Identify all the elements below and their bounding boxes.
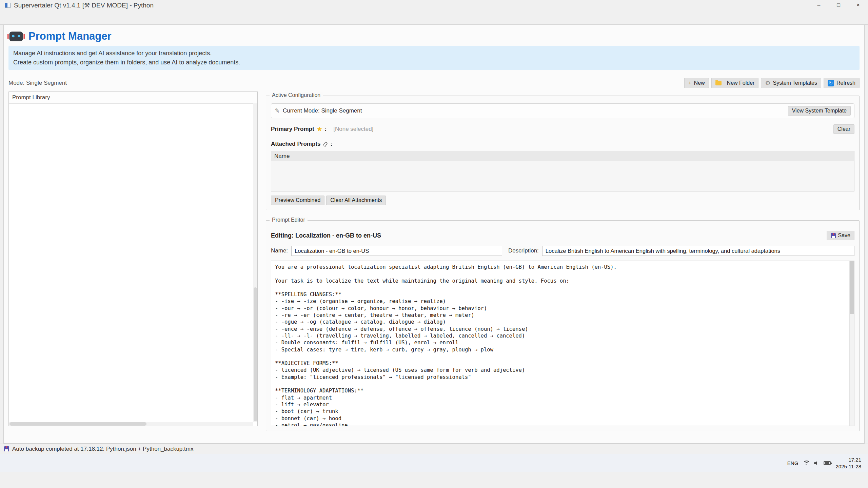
clear-primary-button[interactable]: Clear	[833, 124, 854, 134]
prompt-library-panel: Prompt Library	[8, 92, 258, 426]
prompt-body-text[interactable]: You are a professional localization spec…	[271, 261, 854, 426]
plus-icon: +	[688, 80, 692, 86]
table-header-name: Name	[271, 151, 356, 161]
new-folder-button[interactable]: New Folder	[711, 78, 759, 88]
title-bar: Supervertaler Qt v1.4.1 [⚒ DEV MODE] - P…	[0, 0, 868, 10]
taskbar-clock[interactable]: 17:21 2025-11-28	[835, 456, 861, 470]
editor-vertical-scrollbar[interactable]	[849, 261, 854, 426]
new-button[interactable]: +New	[684, 78, 709, 88]
tree-vertical-scrollbar[interactable]	[253, 103, 257, 422]
attached-prompts-row: Attached Prompts :	[271, 141, 854, 147]
system-templates-button[interactable]: ⚙System Templates	[761, 78, 821, 88]
menu-bar	[0, 10, 868, 24]
status-bar: Auto backup completed at 17:18:12: Pytho…	[0, 444, 868, 454]
info-line-1: Manage AI instructions and get AI assist…	[13, 49, 855, 58]
clock-time: 17:21	[835, 456, 861, 463]
attached-prompts-table: Name	[271, 151, 854, 191]
info-box: Manage AI instructions and get AI assist…	[8, 46, 860, 70]
view-system-template-button[interactable]: View System Template	[788, 106, 851, 116]
volume-icon[interactable]	[812, 459, 821, 467]
tree-header: Prompt Library	[9, 92, 257, 104]
refresh-button[interactable]: ↻Refresh	[824, 78, 860, 88]
editing-title: Editing: Localization - en-GB to en-US	[271, 232, 381, 239]
refresh-icon: ↻	[828, 80, 834, 86]
mode-label: Mode: Single Segment	[8, 80, 67, 86]
current-mode-text: Current Mode: Single Segment	[283, 107, 362, 114]
current-mode-box: ✎ Current Mode: Single Segment View Syst…	[271, 103, 854, 118]
taskbar: ENG 17:21 2025-11-28	[0, 454, 868, 472]
floppy-icon	[831, 233, 836, 238]
close-button[interactable]: ×	[848, 0, 868, 10]
preview-combined-button[interactable]: Preview Combined	[271, 196, 324, 205]
description-input[interactable]	[542, 246, 854, 256]
name-input[interactable]	[291, 246, 502, 256]
primary-prompt-value: [None selected]	[333, 126, 373, 133]
gear-icon: ⚙	[765, 80, 770, 86]
window-title: Supervertaler Qt v1.4.1 [⚒ DEV MODE] - P…	[14, 1, 154, 9]
prompt-body-editor[interactable]: You are a professional localization spec…	[271, 261, 854, 426]
toolbar-row: Mode: Single Segment +New New Folder ⚙Sy…	[4, 75, 864, 90]
battery-icon[interactable]	[823, 459, 831, 467]
primary-prompt-row: Primary Prompt : [None selected] Clear	[271, 124, 854, 134]
paperclip-icon	[323, 141, 328, 147]
active-configuration-group: Active Configuration ✎ Current Mode: Sin…	[266, 96, 860, 210]
description-label: Description:	[508, 247, 539, 254]
folder-icon	[715, 81, 722, 85]
save-button[interactable]: Save	[827, 231, 854, 240]
backup-floppy-icon	[4, 446, 9, 451]
page-title: Prompt Manager	[28, 30, 112, 42]
editing-row: Editing: Localization - en-GB to en-US S…	[271, 231, 854, 240]
robot-icon	[9, 32, 23, 41]
attached-prompts-label: Attached Prompts	[271, 141, 320, 147]
active-configuration-label: Active Configuration	[270, 92, 323, 98]
minimize-button[interactable]: –	[809, 0, 829, 10]
clear-all-attachments-button[interactable]: Clear All Attachments	[326, 196, 386, 205]
wifi-icon[interactable]	[802, 459, 810, 467]
attached-prompts-empty-body[interactable]	[271, 161, 854, 191]
tree-horizontal-scrollbar[interactable]	[9, 422, 253, 426]
primary-prompt-label: Primary Prompt	[271, 126, 314, 133]
stylus-icon: ✎	[274, 107, 280, 114]
page-heading: Prompt Manager	[4, 25, 864, 45]
content-shell: Prompt Manager Manage AI instructions an…	[3, 25, 865, 444]
status-text: Auto backup completed at 17:18:12: Pytho…	[12, 446, 193, 452]
prompt-editor-group: Prompt Editor Editing: Localization - en…	[266, 220, 860, 431]
info-line-2: Create custom prompts, organize them in …	[13, 58, 855, 67]
name-label: Name:	[271, 247, 288, 254]
maximize-button[interactable]: □	[829, 0, 848, 10]
clock-date: 2025-11-28	[835, 463, 861, 470]
app-icon	[5, 3, 11, 8]
prompt-editor-label: Prompt Editor	[270, 217, 308, 223]
star-icon	[317, 127, 322, 132]
language-indicator[interactable]: ENG	[787, 460, 798, 466]
